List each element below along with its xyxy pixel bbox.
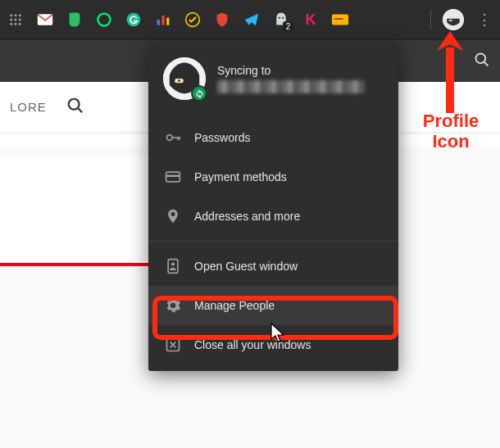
svg-rect-33: [180, 137, 181, 139]
svg-point-6: [10, 23, 12, 25]
nav-tab-lore[interactable]: LORE: [10, 100, 47, 114]
card-ext-icon[interactable]: [331, 11, 349, 29]
svg-point-23: [476, 53, 486, 63]
svg-rect-12: [157, 20, 160, 25]
accent-underline: [0, 263, 152, 266]
svg-point-10: [98, 14, 111, 26]
kebab-menu-icon[interactable]: ⋮: [475, 11, 493, 29]
svg-rect-35: [166, 175, 180, 178]
menu-item-label: Addresses and more: [194, 210, 300, 223]
menu-item-label: Close all your windows: [194, 338, 311, 351]
svg-point-0: [10, 14, 12, 16]
browser-toolbar: 2 K ⋮: [0, 0, 500, 39]
svg-point-11: [127, 13, 141, 27]
gmail-icon[interactable]: [36, 11, 54, 29]
menu-item-payment[interactable]: Payment methods: [148, 157, 398, 197]
svg-point-1: [15, 14, 17, 16]
menu-item-guest[interactable]: Open Guest window: [148, 247, 398, 286]
menu-item-label: Manage People: [194, 299, 275, 312]
profile-menu-popup: Syncing to Passwords Payment methods Add…: [148, 43, 398, 371]
paperplane-ext-icon[interactable]: [243, 11, 261, 29]
svg-line-26: [78, 108, 83, 113]
menu-item-addresses[interactable]: Addresses and more: [148, 197, 398, 236]
shield-ext-icon[interactable]: [213, 11, 231, 29]
svg-point-29: [178, 79, 180, 82]
svg-point-2: [19, 14, 21, 16]
badge-count: 2: [283, 21, 293, 32]
account-email-redacted: [217, 80, 365, 93]
menu-item-manage-people[interactable]: Manage People: [148, 286, 398, 325]
syncing-label: Syncing to: [217, 64, 384, 77]
key-icon: [165, 129, 181, 146]
avatar: [163, 57, 206, 100]
svg-point-3: [10, 19, 12, 21]
svg-point-16: [279, 17, 280, 19]
svg-rect-14: [166, 18, 169, 25]
card-icon: [165, 169, 181, 185]
search-icon[interactable]: [474, 52, 490, 71]
svg-point-8: [19, 23, 21, 25]
close-box-icon: [165, 337, 181, 353]
svg-rect-32: [177, 137, 179, 140]
content-card: [0, 156, 152, 264]
evernote-icon[interactable]: [66, 11, 84, 29]
toolbar-separator: [430, 10, 431, 29]
check-ext-icon[interactable]: [184, 11, 202, 29]
svg-point-25: [69, 99, 80, 110]
menu-separator: [148, 241, 398, 242]
svg-line-24: [484, 61, 489, 66]
svg-rect-19: [334, 18, 343, 20]
svg-rect-31: [171, 137, 180, 138]
svg-point-37: [171, 262, 175, 265]
grammarly-icon[interactable]: [125, 11, 143, 29]
circle-ext-icon[interactable]: [95, 11, 113, 29]
apps-icon[interactable]: [7, 11, 25, 29]
gear-icon: [165, 297, 181, 314]
ghost-ext-icon[interactable]: 2: [272, 11, 290, 29]
search-icon[interactable]: [66, 97, 84, 117]
pin-icon: [165, 208, 181, 224]
svg-point-4: [15, 19, 17, 21]
menu-item-label: Payment methods: [194, 170, 287, 183]
svg-point-22: [450, 20, 451, 20]
k-ext-icon[interactable]: K: [302, 11, 320, 29]
profile-menu-header: Syncing to: [148, 43, 398, 118]
menu-item-label: Open Guest window: [194, 260, 298, 273]
svg-point-17: [282, 17, 284, 19]
svg-point-7: [15, 23, 17, 25]
guest-icon: [165, 258, 181, 274]
svg-rect-36: [168, 260, 178, 274]
menu-item-passwords[interactable]: Passwords: [148, 118, 398, 157]
menu-item-label: Passwords: [194, 131, 250, 144]
chart-ext-icon[interactable]: [154, 11, 172, 29]
sync-badge-icon: [191, 85, 207, 102]
profile-icon[interactable]: [443, 9, 464, 30]
menu-item-close-windows[interactable]: Close all your windows: [148, 325, 398, 364]
svg-point-5: [19, 19, 21, 21]
svg-rect-13: [161, 16, 164, 25]
svg-point-30: [167, 135, 173, 141]
